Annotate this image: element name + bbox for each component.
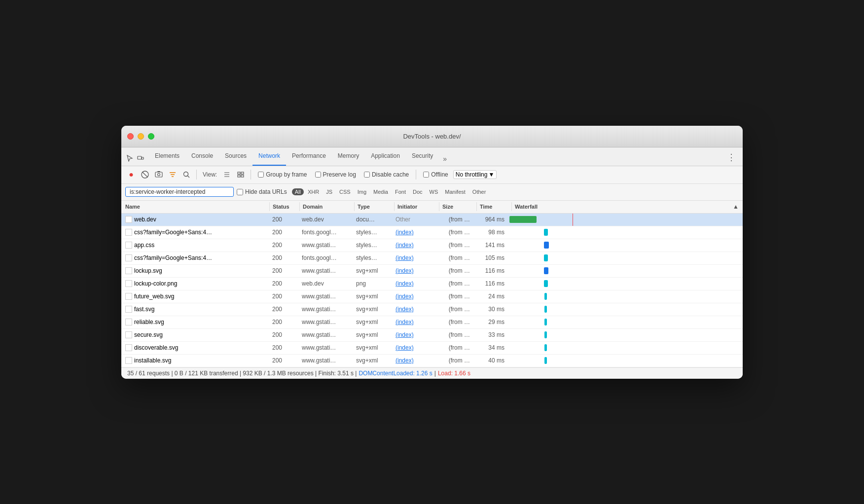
clear-button[interactable]: [139, 169, 151, 180]
cell-initiator[interactable]: (index): [393, 242, 437, 249]
cell-initiator[interactable]: (index): [393, 344, 437, 351]
filter-type-other[interactable]: Other: [469, 188, 489, 195]
table-row[interactable]: reliable.svg 200 www.gstati… svg+xml (in…: [121, 316, 743, 329]
cell-name: discoverable.svg: [121, 344, 269, 351]
screenshot-button[interactable]: [153, 169, 165, 180]
file-name: discoverable.svg: [134, 344, 178, 351]
cell-type: svg+xml: [353, 293, 393, 300]
waterfall-bar: [544, 293, 547, 300]
cell-type: styles…: [353, 254, 393, 261]
cell-initiator[interactable]: (index): [393, 267, 437, 274]
table-row[interactable]: css?family=Google+Sans:4… 200 fonts.goog…: [121, 226, 743, 239]
cell-initiator[interactable]: (index): [393, 319, 437, 325]
device-icon[interactable]: [136, 154, 145, 163]
col-header-status[interactable]: Status: [270, 204, 299, 210]
col-header-size[interactable]: Size: [439, 204, 476, 210]
cell-domain: web.dev: [299, 216, 353, 223]
search-button[interactable]: [180, 169, 192, 180]
tab-memory[interactable]: Memory: [332, 147, 365, 166]
record-button[interactable]: ●: [125, 169, 137, 180]
filter-toggle-button[interactable]: [167, 169, 179, 180]
col-header-initiator[interactable]: Initiator: [395, 204, 439, 210]
filter-type-js[interactable]: JS: [323, 188, 335, 195]
hide-data-urls-checkbox[interactable]: [237, 189, 243, 195]
waterfall-bar: [544, 357, 547, 364]
cell-size: (from …: [437, 331, 474, 338]
cell-size: (from …: [437, 242, 474, 249]
table-row[interactable]: lockup.svg 200 www.gstati… svg+xml (inde…: [121, 265, 743, 278]
offline-checkbox[interactable]: [423, 172, 429, 178]
cell-initiator[interactable]: (index): [393, 280, 437, 287]
waterfall-bar: [544, 242, 549, 249]
waterfall-bar: [544, 331, 547, 338]
cell-type: svg+xml: [353, 319, 393, 325]
table-row[interactable]: future_web.svg 200 www.gstati… svg+xml (…: [121, 290, 743, 303]
filter-input[interactable]: [125, 187, 234, 197]
tab-performance[interactable]: Performance: [286, 147, 332, 166]
table-row[interactable]: installable.svg 200 www.gstati… svg+xml …: [121, 355, 743, 367]
cell-time: 98 ms: [474, 229, 508, 236]
filter-type-css[interactable]: CSS: [336, 188, 354, 195]
tab-more-button[interactable]: ⋮: [724, 152, 739, 163]
cell-time: 30 ms: [474, 306, 508, 313]
svg-rect-17: [238, 175, 240, 177]
cell-initiator[interactable]: (index): [393, 293, 437, 300]
table-row[interactable]: fast.svg 200 www.gstati… svg+xml (index)…: [121, 303, 743, 316]
toolbar-separator-1: [196, 170, 197, 180]
tab-overflow-button[interactable]: »: [439, 152, 451, 166]
table-row[interactable]: discoverable.svg 200 www.gstati… svg+xml…: [121, 342, 743, 355]
cell-initiator[interactable]: (index): [393, 357, 437, 364]
col-header-time[interactable]: Time: [477, 204, 511, 210]
filter-type-doc[interactable]: Doc: [410, 188, 426, 195]
col-header-domain[interactable]: Domain: [300, 204, 354, 210]
disable-cache-checkbox[interactable]: [364, 172, 370, 178]
preserve-log-checkbox[interactable]: [315, 172, 321, 178]
throttle-select[interactable]: No throttling ▼: [453, 170, 497, 179]
minimize-button[interactable]: [138, 133, 144, 140]
tab-application[interactable]: Application: [365, 147, 406, 166]
tab-network[interactable]: Network: [252, 147, 286, 166]
list-view-button[interactable]: [221, 169, 233, 180]
filter-type-ws[interactable]: WS: [427, 188, 441, 195]
table-row[interactable]: app.css 200 www.gstati… styles… (index) …: [121, 239, 743, 252]
filter-type-manifest[interactable]: Manifest: [442, 188, 468, 195]
table-row[interactable]: lockup-color.png 200 web.dev png (index)…: [121, 278, 743, 290]
group-view-button[interactable]: [235, 169, 247, 180]
cell-initiator[interactable]: (index): [393, 306, 437, 313]
group-by-frame-checkbox[interactable]: [258, 172, 264, 178]
maximize-button[interactable]: [148, 133, 154, 140]
table-row[interactable]: secure.svg 200 www.gstati… svg+xml (inde…: [121, 329, 743, 342]
tab-console[interactable]: Console: [185, 147, 219, 166]
cell-domain: www.gstati…: [299, 344, 353, 351]
filter-type-media[interactable]: Media: [370, 188, 391, 195]
tab-elements[interactable]: Elements: [149, 147, 185, 166]
cell-domain: www.gstati…: [299, 267, 353, 274]
col-header-type[interactable]: Type: [355, 204, 394, 210]
tab-security[interactable]: Security: [406, 147, 439, 166]
cell-initiator[interactable]: (index): [393, 254, 437, 261]
cell-type: svg+xml: [353, 267, 393, 274]
cell-status: 200: [269, 267, 299, 274]
close-button[interactable]: [127, 133, 134, 140]
table-row[interactable]: css?family=Google+Sans:4… 200 fonts.goog…: [121, 252, 743, 265]
file-icon: [125, 357, 132, 364]
tab-sources[interactable]: Sources: [219, 147, 252, 166]
cell-time: 141 ms: [474, 242, 508, 249]
cell-initiator[interactable]: (index): [393, 331, 437, 338]
col-header-waterfall[interactable]: Waterfall ▲: [512, 200, 743, 213]
cell-waterfall: [508, 264, 743, 277]
filter-type-xhr[interactable]: XHR: [305, 188, 322, 195]
table-row[interactable]: web.dev 200 web.dev docu… Other (from … …: [121, 214, 743, 226]
cell-waterfall: [508, 290, 743, 303]
svg-rect-1: [142, 157, 144, 159]
filter-type-font[interactable]: Font: [392, 188, 409, 195]
cell-name: web.dev: [121, 216, 269, 223]
cell-initiator[interactable]: (index): [393, 229, 437, 236]
filter-type-all[interactable]: All: [292, 188, 304, 195]
cursor-icon[interactable]: [125, 154, 134, 163]
col-header-name[interactable]: Name: [121, 204, 269, 210]
status-load-text: Load: 1.66 s: [438, 370, 470, 377]
svg-point-5: [158, 174, 160, 176]
filter-type-img[interactable]: Img: [355, 188, 369, 195]
cell-type: svg+xml: [353, 306, 393, 313]
